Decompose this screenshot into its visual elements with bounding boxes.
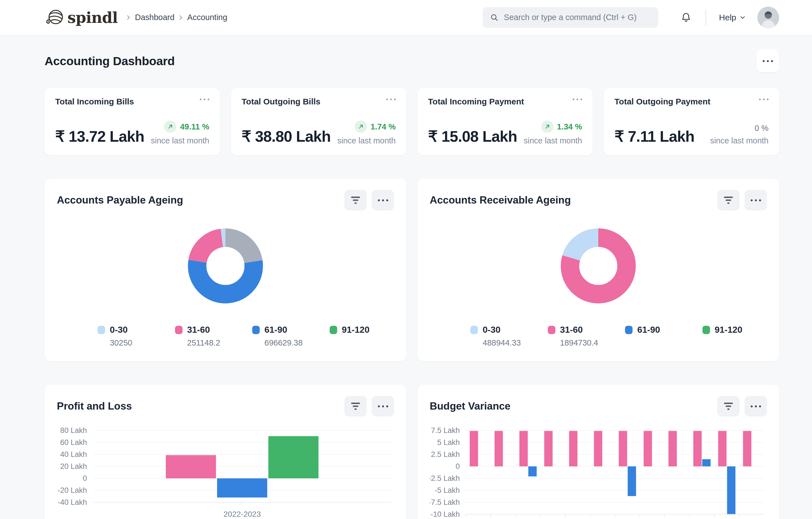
- bell-icon: [680, 12, 692, 23]
- legend-item: 61-90 696629.38: [226, 325, 303, 347]
- filter-button[interactable]: [717, 190, 740, 211]
- svg-text:80 Lakh: 80 Lakh: [60, 426, 87, 435]
- legend-value: [715, 338, 753, 347]
- legend-label: 61-90: [264, 325, 287, 335]
- kpi-change-percent: 1.74 %: [371, 122, 396, 131]
- chevron-right-icon: [125, 14, 132, 21]
- search-input[interactable]: Search or type a command (Ctrl + G): [483, 7, 658, 28]
- ellipsis-icon: [200, 98, 209, 100]
- legend-item: 91-120: [676, 325, 753, 347]
- legend-swatch: [97, 326, 105, 334]
- kpi-value: ₹ 7.11 Lakh: [614, 127, 694, 145]
- svg-text:60 Lakh: 60 Lakh: [60, 438, 87, 447]
- legend-swatch: [175, 326, 182, 334]
- logo-text: spindl: [67, 9, 118, 26]
- svg-text:0: 0: [83, 474, 87, 483]
- kpi-row: Total Incoming Bills ₹ 13.72 Lakh 49.11 …: [45, 88, 779, 155]
- legend-swatch: [252, 326, 260, 334]
- ellipsis-icon: [751, 200, 761, 201]
- donut-legend: 0-30 488944.33 31-60 1894730.4 61-90: [430, 325, 767, 347]
- ellipsis-icon: [759, 98, 768, 100]
- ellipsis-icon: [386, 98, 396, 100]
- kpi-change-percent: 0 %: [755, 124, 768, 133]
- budget-variance-card: Budget Variance 7.5 Lakh5 Lakh2.5 Lakh0-…: [417, 385, 779, 519]
- svg-text:-2.5 Lakh: -2.5 Lakh: [430, 474, 460, 483]
- svg-text:5 Lakh: 5 Lakh: [437, 438, 460, 447]
- legend-item: 0-30 30250: [71, 325, 148, 347]
- ellipsis-icon: [573, 98, 582, 100]
- kpi-card-total-incoming-payment: Total Incoming Payment ₹ 15.08 Lakh 1.34…: [417, 88, 593, 155]
- page-menu-button[interactable]: [756, 50, 779, 72]
- filter-button[interactable]: [344, 190, 367, 211]
- svg-text:0: 0: [456, 462, 460, 470]
- chart-menu-button[interactable]: [745, 396, 767, 417]
- notifications-button[interactable]: [680, 12, 692, 23]
- kpi-menu-button[interactable]: [200, 97, 209, 102]
- svg-text:-7.5 Lakh: -7.5 Lakh: [430, 498, 460, 507]
- filter-icon: [351, 402, 360, 410]
- legend-label: 31-60: [187, 325, 210, 335]
- kpi-menu-button[interactable]: [386, 97, 396, 102]
- user-avatar[interactable]: [757, 7, 779, 28]
- svg-text:-10 Lakh: -10 Lakh: [431, 510, 460, 518]
- filter-button[interactable]: [344, 396, 367, 417]
- kpi-menu-button[interactable]: [759, 97, 768, 102]
- kpi-title: Total Outgoing Payment: [614, 97, 710, 106]
- chart-menu-button[interactable]: [372, 190, 394, 211]
- chart-menu-button[interactable]: [745, 190, 767, 211]
- profit-and-loss-card: Profit and Loss 80 Lakh60 Lakh40 Lakh20 …: [45, 385, 406, 519]
- kpi-card-total-incoming-bills: Total Incoming Bills ₹ 13.72 Lakh 49.11 …: [45, 88, 220, 155]
- accounts-receivable-ageing-card: Accounts Receivable Ageing: [417, 179, 779, 361]
- legend-label: 61-90: [637, 325, 660, 335]
- breadcrumb-accounting[interactable]: Accounting: [187, 13, 227, 22]
- budget-variance-bar-chart: 7.5 Lakh5 Lakh2.5 Lakh0-2.5 Lakh-5 Lakh-…: [430, 424, 767, 519]
- svg-text:20 Lakh: 20 Lakh: [60, 462, 87, 470]
- legend-value: 696629.38: [264, 338, 303, 347]
- app-header: spindl Dashboard Accounting Search or ty…: [0, 0, 812, 35]
- kpi-value: ₹ 15.08 Lakh: [428, 127, 517, 145]
- avatar-photo: [757, 7, 779, 28]
- legend-swatch: [548, 326, 555, 334]
- breadcrumb-dashboard[interactable]: Dashboard: [135, 13, 174, 22]
- kpi-change-percent: 1.34 %: [557, 122, 582, 131]
- filter-icon: [723, 196, 733, 204]
- kpi-menu-button[interactable]: [573, 97, 582, 102]
- trend-up-icon: [164, 121, 176, 133]
- svg-text:-20 Lakh: -20 Lakh: [58, 486, 87, 494]
- help-menu-button[interactable]: Help: [719, 13, 746, 22]
- yarn-ball-icon: [45, 7, 65, 28]
- legend-label: 91-120: [715, 325, 743, 335]
- svg-text:40 Lakh: 40 Lakh: [60, 450, 87, 459]
- svg-text:2.5 Lakh: 2.5 Lakh: [431, 450, 460, 459]
- search-placeholder: Search or type a command (Ctrl + G): [504, 13, 636, 22]
- ellipsis-icon: [378, 200, 388, 201]
- svg-text:-40 Lakh: -40 Lakh: [58, 498, 87, 507]
- breadcrumb: Dashboard Accounting: [125, 13, 227, 22]
- legend-swatch: [625, 326, 633, 334]
- svg-text:2022-2023: 2022-2023: [224, 510, 261, 518]
- legend-value: 251148.2: [187, 338, 226, 347]
- header-divider: [705, 9, 706, 26]
- chart-title: Accounts Payable Ageing: [57, 194, 183, 206]
- kpi-value: ₹ 13.72 Lakh: [55, 127, 144, 145]
- kpi-subtitle: since last month: [337, 136, 396, 145]
- chart-menu-button[interactable]: [372, 396, 394, 417]
- filter-icon: [723, 402, 733, 410]
- ellipsis-icon: [378, 405, 388, 407]
- legend-label: 31-60: [560, 325, 583, 335]
- chart-title: Budget Variance: [430, 400, 511, 412]
- page-title: Accounting Dashboard: [45, 54, 175, 68]
- profit-and-loss-bar-chart: 80 Lakh60 Lakh40 Lakh20 Lakh0-20 Lakh-40…: [57, 424, 394, 519]
- kpi-change-percent: 49.11 %: [180, 122, 209, 131]
- legend-item: 0-30 488944.33: [444, 325, 521, 347]
- app-logo[interactable]: spindl: [45, 7, 118, 28]
- legend-value: [637, 338, 676, 347]
- legend-item: 31-60 1894730.4: [521, 325, 599, 347]
- trend-up-icon: [355, 121, 367, 133]
- chart-title: Profit and Loss: [57, 400, 132, 412]
- legend-value: 30250: [110, 338, 148, 347]
- help-label: Help: [719, 13, 736, 22]
- filter-button[interactable]: [717, 396, 740, 417]
- ellipsis-icon: [751, 405, 761, 407]
- legend-value: 1894730.4: [560, 338, 599, 347]
